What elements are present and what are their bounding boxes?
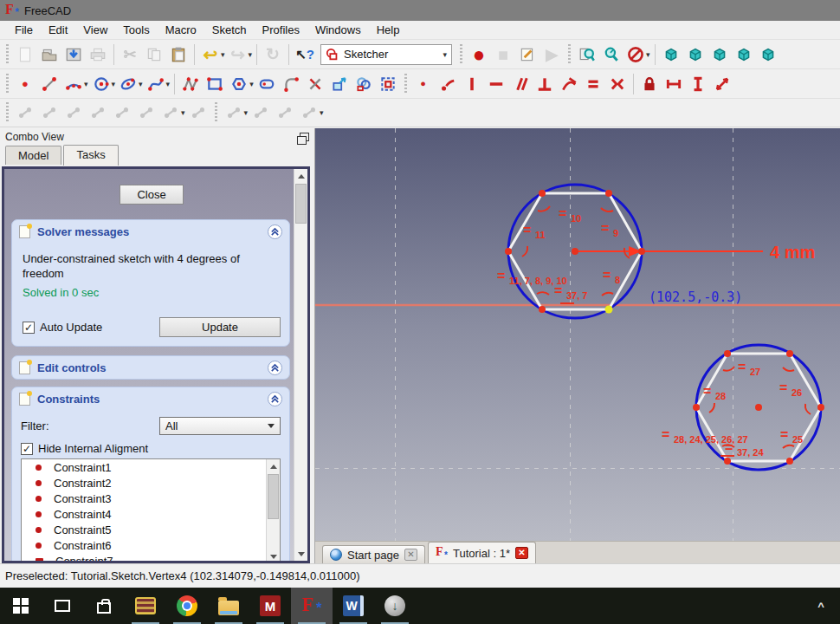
preselected-vertex-point[interactable] [605,306,613,314]
create-bspline-dropdown-arrow[interactable]: ▾ [166,80,171,88]
taskbar-file-explorer-button[interactable] [208,588,249,624]
create-bspline-button[interactable] [144,72,168,96]
create-polygon-button[interactable] [227,72,251,96]
scrollbar-thumb[interactable] [295,184,307,224]
constraint-list-item[interactable]: Constraint7 [22,553,280,563]
menu-macro[interactable]: Macro [158,22,204,38]
collapse-section-button[interactable] [268,361,282,375]
view-top-button[interactable] [708,42,732,67]
view-front-button[interactable] [683,42,708,67]
menu-tools[interactable]: Tools [115,22,157,38]
close-tab-icon[interactable]: ✕ [515,547,528,559]
view-right-button[interactable] [732,42,756,67]
menu-help[interactable]: Help [369,22,408,38]
tray-expander-button[interactable]: ^ [811,600,831,613]
create-conic-dropdown-arrow[interactable]: ▾ [139,80,143,88]
taskbar-task-view-button[interactable] [42,588,83,624]
trim-edge-button[interactable] [303,72,327,96]
macro-edit-button[interactable] [515,42,540,67]
constrain-equal-button[interactable] [581,72,605,96]
dimension-value[interactable]: 4 mm [770,243,815,262]
constraint-filter-dropdown[interactable]: All [159,417,281,435]
undo-dropdown-arrow[interactable]: ▾ [221,50,225,59]
menu-file[interactable]: File [7,22,41,38]
taskbar-word-button[interactable]: W [333,588,374,624]
toolbar-grip[interactable] [568,44,571,65]
toolbar-grip[interactable] [6,44,9,65]
macro-record-button[interactable]: ● [467,42,491,67]
sketch-canvas[interactable]: 4 mm [315,128,840,541]
save-file-button[interactable] [61,42,86,67]
tasks-scrollbar[interactable] [294,169,307,561]
workbench-selector[interactable]: Sketcher ▾ [320,44,452,65]
toolbar-grip[interactable] [460,44,462,65]
constraint-list-item[interactable]: Constraint4 [22,506,280,522]
constrain-point-on-object-button[interactable] [436,72,460,96]
leave-sketch-button[interactable] [376,72,400,96]
create-circle-dropdown-arrow[interactable]: ▾ [112,80,116,88]
constrain-coincident-button[interactable]: ● [411,72,436,96]
constraint-list-item[interactable]: Constraint3 [22,491,280,506]
undo-button[interactable]: ↩ [198,42,223,67]
external-geometry-button[interactable] [327,72,352,96]
3d-viewport[interactable]: 4 mm [314,128,840,563]
draw-style-dropdown-arrow[interactable]: ▾ [646,50,650,59]
create-slot-button[interactable] [255,72,279,96]
constrain-h-distance-button[interactable] [662,72,686,96]
menu-profiles[interactable]: Profiles [255,22,307,38]
scrollbar-thumb[interactable] [268,474,279,519]
zoom-selection-button[interactable] [599,42,624,67]
constrain-perpendicular-button[interactable] [533,72,557,96]
toolbar-grip[interactable] [404,74,407,94]
menu-edit[interactable]: Edit [41,22,75,38]
tab-tutorial[interactable]: F* Tutorial : 1* ✕ [428,542,536,563]
constrain-distance-button[interactable] [710,72,734,96]
collapse-section-button[interactable] [268,224,282,239]
taskbar-store-button[interactable] [83,588,125,624]
taskbar-freecad-button[interactable]: F* [291,588,333,624]
carbon-copy-button[interactable] [352,72,376,96]
taskbar-start-button[interactable] [0,588,42,624]
close-task-button[interactable]: Close [120,185,184,205]
create-polygon-dropdown-arrow[interactable]: ▾ [249,80,254,88]
constrain-vertical-button[interactable] [460,72,484,96]
toolbar-grip[interactable] [6,74,9,94]
paste-button[interactable] [166,42,191,67]
create-point-button[interactable]: ● [13,72,37,96]
collapse-section-button[interactable] [268,392,282,406]
view-rear-button[interactable] [756,42,780,67]
create-conic-button[interactable] [116,72,140,96]
constraint-list-item[interactable]: Constraint1 [22,459,280,475]
constrain-horizontal-button[interactable] [484,72,508,96]
view-axonometric-button[interactable] [659,42,683,67]
constrain-v-distance-button[interactable] [686,72,710,96]
constraint-list-scrollbar[interactable] [266,459,280,563]
toolbar-grip[interactable] [215,102,217,123]
taskbar-mendeley-button[interactable]: M [249,588,291,624]
draw-style-button[interactable] [624,42,648,67]
whats-this-button[interactable]: ↖? [293,42,317,67]
create-fillet-button[interactable] [279,72,303,96]
auto-update-checkbox[interactable]: ✓ [23,322,35,334]
tab-model[interactable]: Model [5,146,61,165]
float-panel-icon[interactable] [300,133,309,141]
constrain-lock-button[interactable] [637,72,662,96]
hide-internal-alignment-checkbox[interactable]: ✓ [21,443,33,455]
constraint-list-item[interactable]: Constraint6 [22,537,280,553]
constraint-list-item[interactable]: Constraint5 [22,522,280,537]
taskbar-chrome-button[interactable] [166,588,208,624]
create-arc-button[interactable] [61,72,86,96]
open-file-button[interactable] [37,42,61,67]
constrain-parallel-button[interactable] [508,72,533,96]
create-circle-button[interactable] [89,72,113,96]
toolbar-grip[interactable] [6,102,9,123]
zoom-fit-button[interactable] [575,42,599,67]
create-polyline-button[interactable] [178,72,203,96]
constrain-tangent-button[interactable] [557,72,581,96]
taskbar-updater-button[interactable]: ↓ [374,588,416,624]
create-line-button[interactable] [37,72,61,96]
menu-view[interactable]: View [75,22,115,38]
close-tab-icon[interactable]: ✕ [404,549,417,561]
menu-sketch[interactable]: Sketch [204,22,255,38]
create-arc-dropdown-arrow[interactable]: ▾ [84,80,88,88]
